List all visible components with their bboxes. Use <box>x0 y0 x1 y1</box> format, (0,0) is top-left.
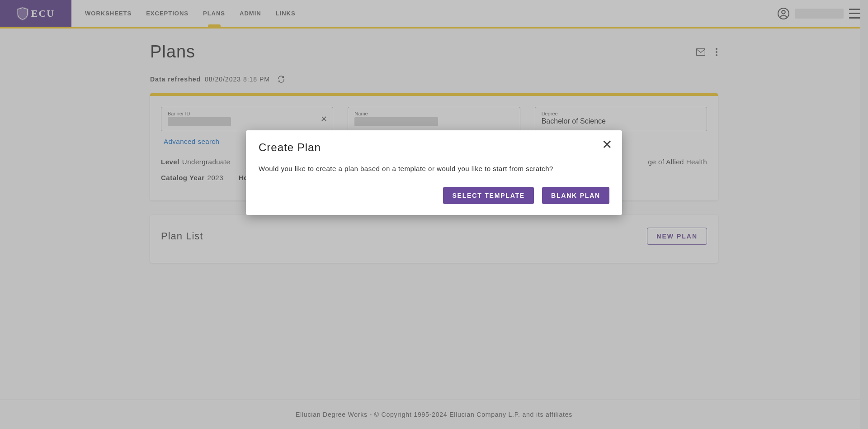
create-plan-modal: Create Plan ✕ Would you like to create a… <box>246 130 622 215</box>
blank-plan-button[interactable]: BLANK PLAN <box>542 187 609 204</box>
close-icon[interactable]: ✕ <box>602 138 612 151</box>
select-template-button[interactable]: SELECT TEMPLATE <box>443 187 534 204</box>
modal-overlay[interactable]: Create Plan ✕ Would you like to create a… <box>0 0 868 429</box>
modal-body-text: Would you like to create a plan based on… <box>259 165 609 172</box>
modal-title: Create Plan <box>259 141 609 154</box>
